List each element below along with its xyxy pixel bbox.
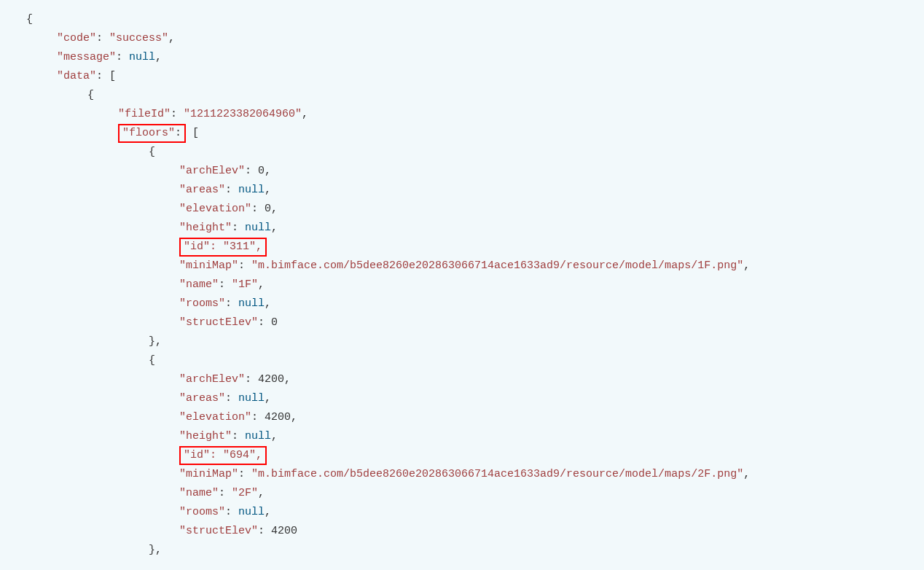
prop-message: "message": null, [26,48,924,67]
floor1-archelev: "archElev": 0, [26,162,924,181]
floor2-minimap: "miniMap": "m.bimface.com/b5dee8260e2028… [26,465,924,484]
floor1-rooms: "rooms": null, [26,294,924,313]
floor1-name: "name": "1F", [26,276,924,294]
highlight-floors: "floors": [118,124,186,143]
floor2-areas: "areas": null, [26,389,924,408]
brace-open: { [26,10,924,29]
floor2-elevation: "elevation": 4200, [26,408,924,427]
floor1-structelev: "structElev": 0 [26,313,924,332]
floor2-id: "id": "694", [26,446,924,465]
prop-data: "data": [ [26,67,924,86]
prop-code: "code": "success", [26,29,924,48]
floor1-elevation: "elevation": 0, [26,200,924,219]
prop-fileid: "fileId": "1211223382064960", [26,105,924,124]
data-item-open: { [26,86,924,105]
floor2-structelev: "structElev": 4200 [26,522,924,541]
floor2-close: }, [26,541,924,560]
floor1-minimap: "miniMap": "m.bimface.com/b5dee8260e2028… [26,257,924,276]
floor1-id: "id": "311", [26,238,924,257]
floor2-height: "height": null, [26,427,924,446]
json-code-block: { "code": "success", "message": null, "d… [26,10,924,560]
floor1-open: { [26,143,924,162]
floor2-open: { [26,351,924,370]
highlight-id-694: "id": "694", [179,446,267,465]
floor2-archelev: "archElev": 4200, [26,370,924,389]
floor1-height: "height": null, [26,219,924,238]
floor2-rooms: "rooms": null, [26,503,924,522]
floor1-close: }, [26,332,924,351]
floor1-areas: "areas": null, [26,181,924,200]
floor2-name: "name": "2F", [26,484,924,503]
prop-floors: "floors": [ [26,124,924,143]
highlight-id-311: "id": "311", [179,238,267,257]
